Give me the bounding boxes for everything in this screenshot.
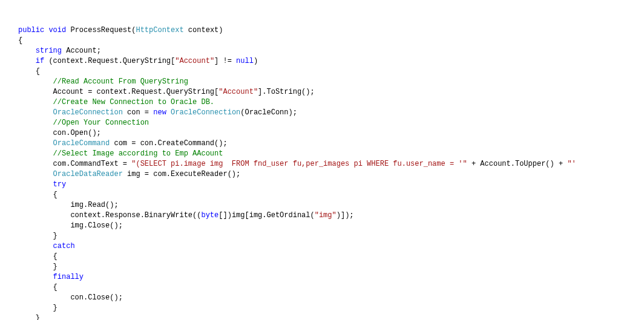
text: con = — [123, 108, 153, 117]
keyword-catch: catch — [53, 242, 75, 250]
comment-read-account: //Read Account From QueryString — [53, 77, 188, 86]
keyword-string: string — [36, 47, 62, 55]
brace-close: } — [53, 263, 58, 271]
string-account: "Account" — [218, 88, 258, 96]
keyword-void: void — [48, 26, 66, 34]
brace-close: } — [36, 314, 40, 320]
text-con-close: con.Close(); — [70, 293, 122, 302]
brace-close: } — [53, 304, 58, 312]
var-account: Account; — [62, 47, 101, 55]
type-oraclecommand: OracleCommand — [53, 139, 110, 148]
text — [166, 108, 171, 117]
text: ].ToString(); — [258, 88, 315, 96]
text-img-close: img.Close(); — [70, 221, 122, 230]
keyword-new: new — [153, 108, 166, 117]
string-sql: "(SELECT pi.image img FROM fnd_user fu,p… — [131, 160, 467, 168]
brace-open: { — [53, 252, 58, 261]
text-img-read: img.Read(); — [70, 201, 118, 209]
string-quote: "' — [567, 160, 576, 168]
type-oracleconnection: OracleConnection — [171, 108, 240, 117]
text: com.CommandText = — [53, 160, 132, 168]
keyword-if: if — [36, 57, 44, 65]
text: img = com.ExecuteReader(); — [123, 170, 240, 178]
text: [])img[img.GetOrdinal( — [218, 211, 314, 220]
text: ] != — [214, 57, 236, 65]
text: Account = context.Request.QueryString[ — [53, 88, 219, 96]
string-img: "img" — [315, 211, 337, 220]
method-name: ProcessRequest( — [66, 26, 136, 34]
type-oracledatareader: OracleDataReader — [53, 170, 123, 178]
text: com = con.CreateCommand(); — [110, 139, 227, 148]
brace-open: { — [18, 36, 22, 45]
keyword-try: try — [53, 180, 67, 189]
text: ) — [254, 57, 258, 65]
brace-open: { — [36, 67, 40, 76]
param: context) — [184, 26, 223, 34]
keyword-finally: finally — [53, 273, 84, 281]
brace-open: { — [53, 283, 58, 292]
comment-select-image: //Select Image according to Emp AAcount — [53, 149, 223, 158]
comment-create-conn: //Create New Connection to Oracle DB. — [53, 98, 214, 106]
text: )]); — [337, 211, 354, 220]
brace-open: { — [53, 191, 58, 199]
string-account: "Account" — [175, 57, 214, 65]
text: + Account.ToUpper() + — [467, 160, 568, 168]
keyword-byte: byte — [201, 211, 218, 220]
keyword-public: public — [18, 26, 44, 34]
type-oracleconnection: OracleConnection — [53, 108, 123, 117]
code-block: public void ProcessRequest(HttpContext c… — [18, 25, 626, 320]
type-httpcontext: HttpContext — [136, 26, 183, 34]
text: (context.Request.QueryString[ — [44, 57, 175, 65]
text: (OracleConn); — [240, 108, 297, 117]
text-con-open: con.Open(); — [53, 129, 101, 137]
text: context.Response.BinaryWrite(( — [70, 211, 201, 220]
comment-open-conn: //Open Your Connection — [53, 119, 149, 127]
brace-close: } — [53, 232, 58, 240]
keyword-null: null — [236, 57, 254, 65]
